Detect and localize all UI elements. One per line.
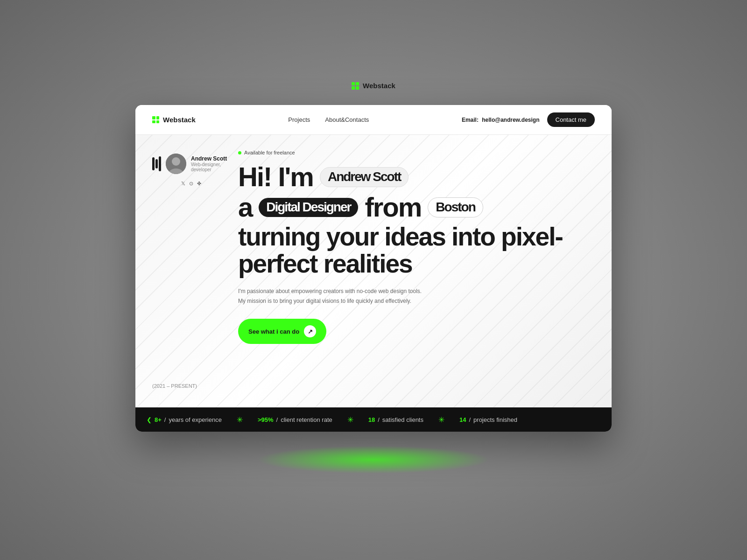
cta-arrow-icon: ↗ <box>304 325 316 337</box>
stat-arrow-0: ❮ <box>147 416 152 423</box>
stat-clients: 18 / satisfied clients <box>357 416 435 423</box>
stat-number-0: 8+ <box>155 416 162 423</box>
email-label: Email: <box>462 117 479 123</box>
year-label: (2021 – PRESENT) <box>152 383 197 389</box>
location-badge: Boston <box>428 197 483 217</box>
stat-label-2: satisfied clients <box>382 416 423 423</box>
nav-links: Projects About&Contacts <box>288 116 369 123</box>
stat-label-1: client retention rate <box>281 416 332 423</box>
stat-projects: 14 / projects finished <box>448 416 529 423</box>
hero-section: Andrew Scott Web-designer, developer 𝕏 ⊙… <box>135 135 612 407</box>
wave-bar-2 <box>155 159 158 168</box>
nav-projects[interactable]: Projects <box>288 116 310 123</box>
description-line1: I'm passionate about empowering creators… <box>238 287 425 296</box>
stat-sep-icon-2: ✳ <box>435 415 448 424</box>
instagram-icon[interactable]: ⊙ <box>189 181 193 187</box>
profile-name: Andrew Scott <box>191 155 229 162</box>
greeting-text: Hi! I'm <box>238 163 313 191</box>
avatar <box>166 154 186 174</box>
brand-name: Webstack <box>163 116 196 124</box>
profile-role: Web-designer, developer <box>191 162 229 172</box>
tagline-text: turning your ideas into pixel-perfect re… <box>238 224 593 278</box>
cta-label: See what i can do <box>248 328 299 335</box>
stat-number-1: >95% <box>258 416 274 423</box>
stats-ticker: ❮ 8+ / years of experience ✳ >95% / clie… <box>135 415 529 424</box>
available-badge: Available for freelance <box>238 150 593 155</box>
available-text: Available for freelance <box>244 150 295 155</box>
navbar-right: Email: hello@andrew.design Contact me <box>462 112 595 127</box>
wave-decoration <box>152 156 161 171</box>
brand[interactable]: Webstack <box>152 116 196 124</box>
hero-main: Available for freelance Hi! I'm Andrew S… <box>229 135 612 407</box>
description-line2: My mission is to bring your digital visi… <box>238 296 425 306</box>
stat-sep-0: / <box>164 416 166 423</box>
stat-sep-1: / <box>276 416 278 423</box>
behance-icon[interactable]: ✤ <box>197 181 201 187</box>
connector1: a <box>238 193 252 222</box>
green-glow <box>257 446 490 474</box>
twitter-icon[interactable]: 𝕏 <box>181 181 185 187</box>
email-display: Email: hello@andrew.design <box>462 117 540 123</box>
stat-label-0: years of experience <box>169 416 221 423</box>
browser-window: Webstack Projects About&Contacts Email: … <box>135 105 612 432</box>
stat-retention: >95% / client retention rate <box>247 416 344 423</box>
wave-bar-3 <box>159 156 161 171</box>
contact-button[interactable]: Contact me <box>547 112 595 127</box>
cta-button[interactable]: See what i can do ↗ <box>238 319 326 344</box>
hero-heading: Hi! I'm Andrew Scott a Digital Designer … <box>238 163 593 277</box>
stat-label-3: projects finished <box>473 416 517 423</box>
profile-card: Andrew Scott Web-designer, developer <box>152 154 229 174</box>
name-badge: Andrew Scott <box>320 167 409 187</box>
app-bar-title: Webstack <box>363 82 395 90</box>
email-value[interactable]: hello@andrew.design <box>482 117 539 123</box>
connector2: from <box>365 193 421 222</box>
stat-sep-icon-0: ✳ <box>233 415 247 424</box>
app-bar-logo <box>352 82 359 90</box>
profile-info: Andrew Scott Web-designer, developer <box>191 155 229 172</box>
stats-bar: ❮ 8+ / years of experience ✳ >95% / clie… <box>135 407 612 432</box>
role-badge: Digital Designer <box>259 198 358 217</box>
available-dot <box>238 151 241 154</box>
stat-number-2: 18 <box>368 416 375 423</box>
social-icons: 𝕏 ⊙ ✤ <box>181 181 229 187</box>
brand-logo <box>152 116 159 123</box>
wave-bar-1 <box>152 157 155 170</box>
stat-experience: ❮ 8+ / years of experience <box>135 416 233 423</box>
nav-about[interactable]: About&Contacts <box>325 116 369 123</box>
hero-description: I'm passionate about empowering creators… <box>238 287 425 306</box>
navbar: Webstack Projects About&Contacts Email: … <box>135 105 612 135</box>
stat-sep-3: / <box>469 416 471 423</box>
stat-sep-icon-1: ✳ <box>344 415 357 424</box>
sidebar-year: (2021 – PRESENT) <box>152 383 229 389</box>
stat-number-3: 14 <box>459 416 466 423</box>
hero-sidebar: Andrew Scott Web-designer, developer 𝕏 ⊙… <box>135 135 229 407</box>
svg-point-1 <box>172 157 180 166</box>
stat-sep-2: / <box>378 416 380 423</box>
